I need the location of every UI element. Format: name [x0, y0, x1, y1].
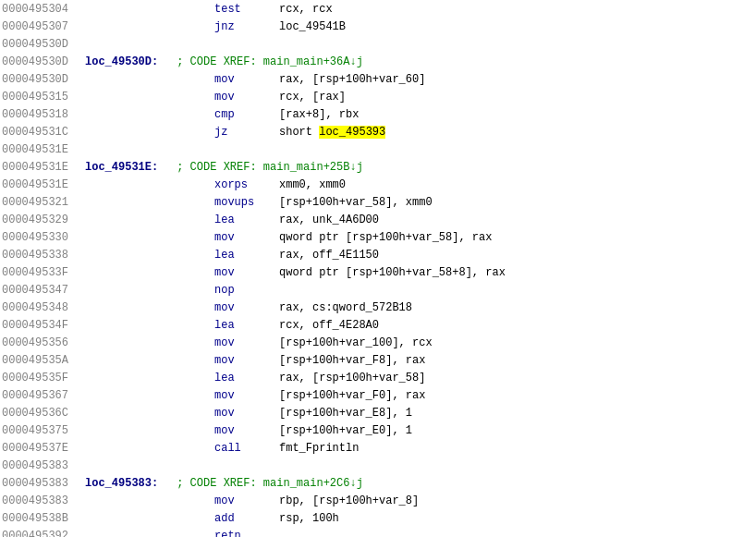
code-line: 000049530D — [0, 35, 756, 53]
code-line: 0000495367mov[rsp+100h+var_F0], rax — [0, 386, 756, 404]
operands: rcx, off_4E28A0 — [279, 319, 379, 332]
code-line: 000049531Cjzshort loc_495393 — [0, 123, 756, 140]
code-line: 000049538Baddrsp, 100h — [0, 509, 756, 527]
operands: rax, [rsp+100h+var_60] — [279, 73, 425, 86]
code-line: 000049531E — [0, 140, 756, 158]
code-line: 000049535Flearax, [rsp+100h+var_58] — [0, 369, 756, 386]
mnemonic: nop — [214, 284, 279, 297]
operands: short loc_495393 — [279, 126, 385, 139]
operands: qword ptr [rsp+100h+var_58], rax — [279, 231, 492, 244]
loc-label: loc_49530D: — [85, 55, 158, 68]
code-line: 000049537Ecallfmt_Fprintln — [0, 439, 756, 457]
code-line: 0000495383movrbp, [rsp+100h+var_8] — [0, 492, 756, 509]
addr: 0000495330 — [2, 231, 85, 244]
operands: fmt_Fprintln — [279, 442, 359, 455]
operands: qword ptr [rsp+100h+var_58+8], rax — [279, 266, 506, 279]
mnemonic: xorps — [214, 178, 279, 191]
code-line: 0000495383 loc_495383:; CODE XREF: main_… — [0, 474, 756, 492]
addr: 0000495348 — [2, 301, 85, 314]
mnemonic: mov — [214, 91, 279, 104]
addr: 0000495329 — [2, 214, 85, 226]
addr: 0000495321 — [2, 196, 85, 209]
code-line: 0000495318cmp[rax+8], rbx — [0, 105, 756, 123]
operands: rax, unk_4A6D00 — [279, 214, 379, 226]
code-line: 0000495338learax, off_4E1150 — [0, 246, 756, 263]
operands: xmm0, xmm0 — [279, 178, 346, 191]
mnemonic: mov — [214, 389, 279, 402]
mnemonic: jz — [214, 126, 279, 139]
addr: 000049535F — [2, 372, 85, 384]
xref-comment: ; CODE XREF: main_main+2C6↓j — [177, 477, 363, 490]
mnemonic: call — [214, 442, 279, 455]
addr: 0000495318 — [2, 108, 85, 121]
code-line: 0000495383 — [0, 457, 756, 474]
disassembly-view: 0000495304testrcx, rcx0000495307jnzloc_4… — [0, 0, 756, 537]
mnemonic: lea — [214, 249, 279, 262]
loc-label: loc_495383: — [85, 477, 158, 490]
operands: [rsp+100h+var_F8], rax — [279, 354, 425, 367]
code-line: 0000495375mov[rsp+100h+var_E0], 1 — [0, 421, 756, 439]
operands: [rsp+100h+var_F0], rax — [279, 389, 425, 402]
addr: 000049530D — [2, 55, 85, 68]
addr: 0000495338 — [2, 249, 85, 262]
mnemonic: mov — [214, 354, 279, 367]
code-line: 000049533Fmovqword ptr [rsp+100h+var_58+… — [0, 263, 756, 281]
mnemonic: mov — [214, 424, 279, 437]
code-line: 0000495348movrax, cs:qword_572B18 — [0, 299, 756, 316]
addr: 000049530D — [2, 73, 85, 86]
loc-label: loc_49531E: — [85, 161, 158, 174]
operands: [rsp+100h+var_58], xmm0 — [279, 196, 433, 209]
addr: 000049533F — [2, 266, 85, 279]
xref-comment: ; CODE XREF: main_main+25B↓j — [177, 161, 363, 174]
operands: rsp, 100h — [279, 512, 339, 525]
code-line: 0000495329learax, unk_4A6D00 — [0, 211, 756, 228]
addr: 0000495356 — [2, 336, 85, 349]
addr: 000049530D — [2, 38, 85, 51]
addr: 0000495375 — [2, 424, 85, 437]
addr: 000049538B — [2, 512, 85, 525]
mnemonic: lea — [214, 372, 279, 384]
code-line: 0000495304testrcx, rcx — [0, 0, 756, 18]
addr: 0000495383 — [2, 477, 85, 490]
addr: 0000495307 — [2, 20, 85, 33]
operands: [rax+8], rbx — [279, 108, 359, 121]
mnemonic: mov — [214, 231, 279, 244]
addr: 000049537E — [2, 442, 85, 455]
mnemonic: movups — [214, 196, 279, 209]
mnemonic: mov — [214, 336, 279, 349]
mnemonic: mov — [214, 301, 279, 314]
addr: 000049536C — [2, 407, 85, 420]
mnemonic: mov — [214, 407, 279, 420]
operands: rcx, rcx — [279, 3, 333, 16]
code-line: 000049535Amov[rsp+100h+var_F8], rax — [0, 351, 756, 369]
code-line: 000049536Cmov[rsp+100h+var_E8], 1 — [0, 404, 756, 421]
addr: 0000495383 — [2, 494, 85, 507]
code-line: 0000495321movups[rsp+100h+var_58], xmm0 — [0, 193, 756, 211]
mnemonic: retn — [214, 530, 279, 538]
code-line: 0000495347nop — [0, 281, 756, 299]
mnemonic: mov — [214, 266, 279, 279]
operands: rax, [rsp+100h+var_58] — [279, 372, 425, 384]
addr: 000049531E — [2, 143, 85, 156]
operands: rcx, [rax] — [279, 91, 346, 104]
addr: 000049531E — [2, 161, 85, 174]
operands: [rsp+100h+var_E8], 1 — [279, 407, 412, 420]
mnemonic: mov — [214, 494, 279, 507]
mnemonic: lea — [214, 319, 279, 332]
code-line: 0000495315movrcx, [rax] — [0, 88, 756, 105]
mnemonic: mov — [214, 73, 279, 86]
addr: 0000495347 — [2, 284, 85, 297]
addr: 0000495367 — [2, 389, 85, 402]
addr: 0000495304 — [2, 3, 85, 16]
addr: 000049534F — [2, 319, 85, 332]
mnemonic: add — [214, 512, 279, 525]
code-line: 000049534Flearcx, off_4E28A0 — [0, 316, 756, 334]
code-line: 0000495307jnzloc_49541B — [0, 18, 756, 35]
addr: 0000495392 — [2, 530, 85, 538]
operands: loc_49541B — [279, 20, 346, 33]
addr: 0000495383 — [2, 459, 85, 472]
jump-target: loc_495393 — [319, 126, 385, 139]
operands: rax, off_4E1150 — [279, 249, 379, 262]
operands: [rsp+100h+var_E0], 1 — [279, 424, 412, 437]
mnemonic: test — [214, 3, 279, 16]
